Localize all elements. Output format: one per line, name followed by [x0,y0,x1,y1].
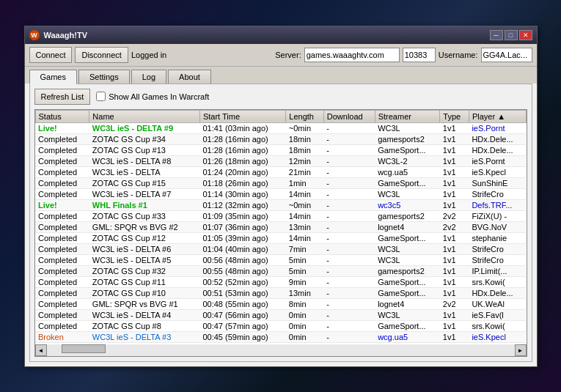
cell-player: HDx.Dele... [469,287,526,298]
col-streamer[interactable]: Streamer [375,110,440,122]
cell-status: Completed [35,155,89,166]
cell-length: 0min [286,309,323,320]
tab-log[interactable]: Log [131,70,166,84]
table-row[interactable]: Live! WHL Finals #1 01:12 (32min ago) ~0… [35,199,526,210]
cell-start: 01:14 (30min ago) [199,188,285,199]
cell-status: Completed [35,320,89,331]
cell-streamer: GameSport... [375,144,440,155]
cell-start: 00:55 (48min ago) [199,265,285,276]
table-row[interactable]: Completed ZOTAC GS Cup #10 00:51 (53min … [35,287,526,298]
table-row[interactable]: Completed ZOTAC GS Cup #12 01:05 (39min … [35,232,526,243]
cell-status: Completed [35,210,89,221]
minimize-button[interactable]: ─ [490,30,503,40]
cell-length: 21min [286,166,323,177]
cell-download: - [323,287,375,298]
cell-start: 01:24 (20min ago) [199,166,285,177]
cell-download: - [323,166,375,177]
table-row[interactable]: Live! WC3L ieS - DELTA #9 01:41 (03min a… [35,122,526,133]
show-all-label[interactable]: Show All Games In Warcraft [96,92,209,101]
table-row[interactable]: Broken WC3L ieS - DELTA #3 00:45 (59min … [35,331,526,342]
cell-name: WC3L ieS - DELTA #7 [89,188,200,199]
cell-player: HDx.Dele... [469,133,526,144]
cell-type: 1v1 [440,254,469,265]
cell-name: WC3L ieS - DELTA #6 [89,243,200,254]
cell-player: srs.Kowi( [469,320,526,331]
col-status[interactable]: Status [35,110,89,122]
cell-type: 2v2 [440,298,469,309]
cell-length: 18min [286,133,323,144]
cell-player: StrifeCro [469,188,526,199]
cell-status: Completed [35,298,89,309]
cell-type: 1v1 [440,287,469,298]
username-label: Username: [439,51,478,59]
tab-about[interactable]: About [168,70,211,84]
cell-status: Completed [35,287,89,298]
table-row[interactable]: Completed ZOTAC GS Cup #32 00:55 (48min … [35,265,526,276]
cell-download: - [323,232,375,243]
table-scroll[interactable]: Status Name Start Time Length Download S… [35,110,527,344]
cell-streamer: lognet4 [375,298,440,309]
scroll-right-arrow[interactable]: ► [515,344,527,356]
cell-type: 1v1 [440,133,469,144]
col-player[interactable]: Player ▲ [469,110,526,122]
scroll-left-arrow[interactable]: ◄ [35,344,47,356]
cell-download: - [323,210,375,221]
port-input[interactable] [403,48,436,62]
col-download[interactable]: Download [323,110,375,122]
cell-download: - [323,155,375,166]
cell-player: ieS.Pornt [469,155,526,166]
table-row[interactable]: Completed ZOTAC GS Cup #13 01:28 (16min … [35,144,526,155]
table-row[interactable]: Completed WC3L ieS - DELTA 01:24 (20min … [35,166,526,177]
refresh-button[interactable]: Refresh List [34,89,91,105]
cell-start: 01:41 (03min ago) [199,122,285,133]
cell-length: 0min [286,320,323,331]
cell-start: 01:09 (35min ago) [199,210,285,221]
scroll-thumb[interactable] [62,344,106,353]
table-row[interactable]: Completed WC3L ieS - DELTA #7 01:14 (30m… [35,188,526,199]
cell-start: 01:26 (18min ago) [199,155,285,166]
cell-length: ~0min [286,122,323,133]
cell-start: 00:47 (57min ago) [199,320,285,331]
title-bar: W Waaagh!TV ─ □ ✕ [25,26,537,44]
games-table-container: Status Name Start Time Length Download S… [34,109,527,357]
server-input[interactable] [304,48,400,62]
cell-length: 1min [286,177,323,188]
table-row[interactable]: Completed ZOTAC GS Cup #33 01:09 (35min … [35,210,526,221]
table-row[interactable]: Completed ZOTAC GS Cup #34 01:28 (16min … [35,133,526,144]
table-row[interactable]: Completed ZOTAC GS Cup #11 00:52 (52min … [35,276,526,287]
cell-download: - [323,122,375,133]
tab-games[interactable]: Games [29,70,77,84]
cell-type: 2v2 [440,221,469,232]
horizontal-scrollbar[interactable]: ◄ ► [35,344,527,356]
col-name[interactable]: Name [89,110,200,122]
tab-settings[interactable]: Settings [78,70,130,84]
table-row[interactable]: Completed WC3L ieS - DELTA #5 00:56 (48m… [35,254,526,265]
cell-player: SunShinE [469,177,526,188]
cell-length: 14min [286,188,323,199]
col-length[interactable]: Length [286,110,323,122]
cell-type: 1v1 [440,243,469,254]
logged-in-status: Logged in [131,51,166,59]
cell-length: 14min [286,232,323,243]
close-button[interactable]: ✕ [519,30,532,40]
maximize-button[interactable]: □ [505,30,518,40]
cell-status: Completed [35,243,89,254]
table-row[interactable]: Completed ZOTAC GS Cup #8 00:47 (57min a… [35,320,526,331]
cell-streamer: GameSport... [375,320,440,331]
connect-button[interactable]: Connect [29,47,73,63]
username-input[interactable] [481,48,532,62]
cell-name: WHL Finals #1 [89,199,200,210]
table-row[interactable]: Completed GML: SPQR vs BVG #1 00:48 (55m… [35,298,526,309]
table-row[interactable]: Completed ZOTAC GS Cup #15 01:18 (26min … [35,177,526,188]
table-row[interactable]: Completed WC3L ieS - DELTA #6 01:04 (40m… [35,243,526,254]
table-row[interactable]: Completed GML: SPQR vs BVG #2 01:07 (36m… [35,221,526,232]
table-row[interactable]: Completed WC3L ieS - DELTA #8 01:26 (18m… [35,155,526,166]
col-type[interactable]: Type [440,110,469,122]
show-all-checkbox[interactable] [96,92,106,101]
col-start-time[interactable]: Start Time [199,110,285,122]
cell-download: - [323,265,375,276]
table-row[interactable]: Completed WC3L ieS - DELTA #4 00:47 (56m… [35,309,526,320]
cell-streamer: gamesports2 [375,133,440,144]
disconnect-button[interactable]: Disconnect [75,47,128,63]
cell-length: ~0min [286,199,323,210]
